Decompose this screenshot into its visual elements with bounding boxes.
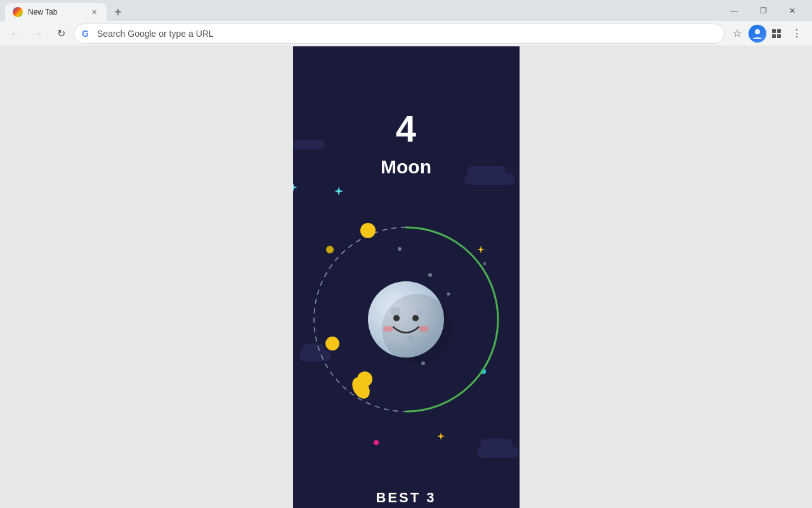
minimize-button[interactable]: — <box>719 0 749 21</box>
svg-rect-7 <box>299 140 325 149</box>
refresh-button[interactable]: ↻ <box>51 23 71 44</box>
svg-rect-3 <box>772 34 776 38</box>
chrome-titlebar: New Tab ✕ + — ❐ ✕ <box>0 0 812 21</box>
new-tab-button[interactable]: + <box>109 3 127 21</box>
tab-favicon <box>13 7 23 17</box>
svg-point-25 <box>483 262 486 265</box>
svg-point-36 <box>360 223 376 238</box>
svg-rect-9 <box>468 166 506 176</box>
page-content: 4 Moon BEST 3 <box>0 46 812 508</box>
svg-point-20 <box>398 247 402 251</box>
window-controls: — ❐ ✕ <box>719 0 807 21</box>
svg-point-23 <box>447 293 450 296</box>
svg-point-37 <box>326 246 334 253</box>
svg-point-40 <box>357 371 372 387</box>
svg-point-0 <box>755 29 760 34</box>
forward-button[interactable]: → <box>28 23 48 44</box>
address-bar[interactable]: G Search Google or type a URL <box>74 23 724 44</box>
extensions-icon[interactable] <box>768 25 785 43</box>
restore-button[interactable]: ❐ <box>749 0 778 21</box>
address-text: Search Google or type a URL <box>97 29 716 39</box>
menu-button[interactable]: ⋮ <box>787 23 807 44</box>
svg-rect-4 <box>777 34 781 38</box>
svg-point-30 <box>407 335 414 342</box>
game-scene-svg: 4 Moon BEST 3 <box>293 46 520 508</box>
svg-point-19 <box>374 440 379 445</box>
svg-text:BEST  3: BEST 3 <box>376 490 436 505</box>
profile-icon[interactable] <box>749 25 766 43</box>
svg-point-33 <box>412 315 419 321</box>
close-tab-button[interactable]: ✕ <box>89 7 99 17</box>
svg-point-35 <box>419 326 429 332</box>
chrome-toolbar: ← → ↻ G Search Google or type a URL ☆ ⋮ <box>0 21 812 46</box>
svg-point-22 <box>428 273 432 277</box>
game-container[interactable]: 4 Moon BEST 3 <box>293 46 520 508</box>
close-button[interactable]: ✕ <box>778 0 807 21</box>
google-logo: G <box>82 29 92 39</box>
bookmark-button[interactable]: ☆ <box>727 23 747 44</box>
tab-strip: New Tab ✕ + <box>5 0 127 21</box>
back-button[interactable]: ← <box>5 23 25 44</box>
browser-tab[interactable]: New Tab ✕ <box>5 3 107 21</box>
svg-rect-11 <box>303 344 325 354</box>
toolbar-right: ☆ ⋮ <box>727 23 807 44</box>
svg-text:4: 4 <box>395 108 416 149</box>
svg-rect-13 <box>480 439 512 449</box>
tab-title: New Tab <box>28 8 84 17</box>
svg-point-31 <box>417 311 422 316</box>
svg-rect-1 <box>772 29 776 33</box>
svg-text:Moon: Moon <box>381 156 431 177</box>
svg-rect-2 <box>777 29 781 33</box>
svg-point-32 <box>393 315 400 321</box>
svg-point-38 <box>325 337 339 351</box>
svg-point-34 <box>383 326 393 332</box>
